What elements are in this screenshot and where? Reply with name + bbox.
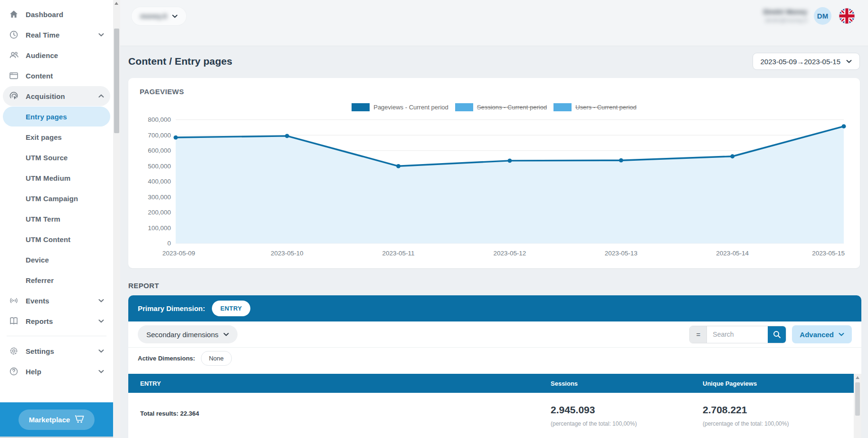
marketplace-label: Marketplace [29, 416, 70, 424]
sidebar-item-dashboard[interactable]: Dashboard [3, 4, 110, 24]
legend-item[interactable]: Pageviews - Current period [352, 103, 448, 111]
advanced-label: Advanced [800, 331, 834, 339]
sidebar-item-real-time[interactable]: Real Time [3, 25, 110, 45]
sessions-total-value: 2.945.093 [551, 404, 703, 416]
search-group: = [689, 326, 786, 343]
book-icon [9, 316, 19, 326]
site-name: money.it [140, 12, 167, 20]
scrollbar-thumb[interactable] [855, 382, 860, 416]
column-header-entry[interactable]: ENTRY [128, 380, 551, 387]
sidebar-scrollbar[interactable] [113, 0, 120, 438]
scrollbar-thumb[interactable] [114, 29, 119, 133]
legend-item[interactable]: Users - Current period [553, 103, 637, 111]
primary-dimension-bar: Primary Dimension: ENTRY [128, 295, 861, 321]
sidebar-item-settings[interactable]: Settings [3, 341, 110, 361]
sidebar-item-help[interactable]: Help [3, 361, 110, 381]
sidebar-item-events[interactable]: Events [3, 291, 110, 311]
sidebar-item-exit-pages[interactable]: Exit pages [3, 127, 110, 147]
broadcast-icon [9, 295, 19, 306]
sidebar-item-reports[interactable]: Reports [3, 311, 110, 331]
search-input[interactable] [707, 326, 768, 343]
svg-text:500,000: 500,000 [148, 163, 171, 170]
help-circle-icon [9, 366, 19, 377]
sidebar-item-device[interactable]: Device [3, 250, 110, 270]
scrollbar-arrow-up[interactable] [856, 376, 859, 379]
page-header: Content / Entry pages 2023-05-09→2023-05… [120, 46, 868, 70]
clock-icon [9, 29, 19, 40]
user-email: dimitri@money.it [763, 17, 807, 24]
table-scrollbar[interactable] [854, 374, 861, 438]
sidebar-item-audience[interactable]: Audience [3, 45, 110, 65]
total-results-label: Total results: 22.364 [128, 410, 551, 427]
users-icon [9, 50, 19, 60]
sidebar-item-utm-medium[interactable]: UTM Medium [3, 168, 110, 188]
chart-title: PAGEVIEWS [140, 88, 849, 96]
chart-legend: Pageviews - Current periodSessions - Cur… [140, 103, 849, 111]
site-selector[interactable]: money.it [132, 7, 186, 25]
search-cluster: = Advanced [689, 325, 852, 343]
sidebar-item-label: Acquisition [26, 92, 98, 100]
match-operator-button[interactable]: = [690, 326, 707, 343]
app-root: Dashboard Real Time Audience Content [0, 0, 868, 438]
sidebar-item-label: UTM Term [26, 215, 105, 223]
search-button[interactable] [768, 326, 786, 343]
secondary-dimensions-button[interactable]: Secondary dimensions [138, 325, 238, 343]
sidebar: Dashboard Real Time Audience Content [0, 0, 113, 438]
search-icon [773, 331, 781, 339]
primary-dimension-label: Primary Dimension: [138, 304, 205, 312]
active-dimensions-value: None [201, 351, 232, 366]
active-dimensions-row: Active Dimensions: None [128, 347, 861, 369]
user-name: Dimitri Money [763, 8, 807, 16]
svg-text:300,000: 300,000 [148, 194, 171, 201]
home-icon [9, 9, 19, 19]
advanced-button[interactable]: Advanced [792, 325, 852, 343]
date-range-value: 2023-05-09→2023-05-15 [761, 58, 840, 66]
marketplace-button[interactable]: Marketplace [19, 409, 95, 430]
sessions-total-percentage: (percentage of the total: 100,00%) [551, 420, 703, 427]
uk-flag-icon [839, 8, 855, 24]
sidebar-item-utm-source[interactable]: UTM Source [3, 147, 110, 167]
sidebar-item-referrer[interactable]: Referrer [3, 270, 110, 290]
report-controls-row: Secondary dimensions = Advanced [128, 321, 861, 347]
legend-item[interactable]: Sessions - Current period [455, 103, 547, 111]
chevron-down-icon [98, 297, 105, 304]
sidebar-item-utm-campaign[interactable]: UTM Campaign [3, 188, 110, 208]
unique-pageviews-total-cell: 2.708.221 (percentage of the total: 100,… [703, 404, 854, 427]
legend-swatch [352, 103, 370, 111]
svg-text:2023-05-11: 2023-05-11 [382, 250, 415, 257]
table-header-row: ENTRY Sessions Unique Pageviews [128, 374, 854, 393]
svg-text:2023-05-13: 2023-05-13 [605, 250, 638, 257]
acquisition-icon [9, 91, 19, 101]
report-table: ENTRY Sessions Unique Pageviews Total re… [128, 374, 861, 438]
table-row: Total results: 22.364 2.945.093 (percent… [128, 393, 854, 438]
legend-label: Sessions - Current period [477, 104, 547, 111]
user-area: Dimitri Money dimitri@money.it DM [763, 7, 856, 25]
report-heading: REPORT [128, 282, 860, 290]
sidebar-item-label: Device [26, 256, 105, 264]
sidebar-item-content[interactable]: Content [3, 66, 110, 86]
chevron-down-icon [846, 59, 852, 63]
language-flag-button[interactable] [838, 7, 856, 25]
sidebar-item-label: UTM Medium [26, 174, 105, 182]
sidebar-item-label: Help [26, 368, 98, 376]
date-range-selector[interactable]: 2023-05-09→2023-05-15 [753, 53, 860, 70]
legend-swatch [455, 103, 473, 111]
legend-label: Pageviews - Current period [373, 104, 448, 111]
sidebar-item-acquisition[interactable]: Acquisition [3, 86, 110, 106]
primary-dimension-pill[interactable]: ENTRY [212, 301, 251, 316]
sessions-total-cell: 2.945.093 (percentage of the total: 100,… [551, 404, 703, 427]
column-header-sessions[interactable]: Sessions [551, 380, 703, 387]
chevron-down-icon [98, 348, 105, 354]
pageviews-line-chart: 0100,000200,000300,000400,000500,000600,… [140, 114, 849, 259]
marketplace-bar: Marketplace [0, 402, 113, 437]
sidebar-item-utm-term[interactable]: UTM Term [3, 209, 110, 229]
sidebar-item-utm-content[interactable]: UTM Content [3, 229, 110, 249]
scrollbar-arrow-up[interactable] [114, 2, 118, 5]
avatar[interactable]: DM [814, 7, 831, 25]
svg-text:600,000: 600,000 [148, 147, 171, 154]
svg-text:400,000: 400,000 [148, 178, 171, 185]
column-header-unique-pageviews[interactable]: Unique Pageviews [703, 380, 854, 387]
user-meta: Dimitri Money dimitri@money.it [763, 8, 807, 24]
sidebar-item-entry-pages[interactable]: Entry pages [3, 107, 110, 127]
unique-pageviews-total-value: 2.708.221 [703, 404, 854, 416]
